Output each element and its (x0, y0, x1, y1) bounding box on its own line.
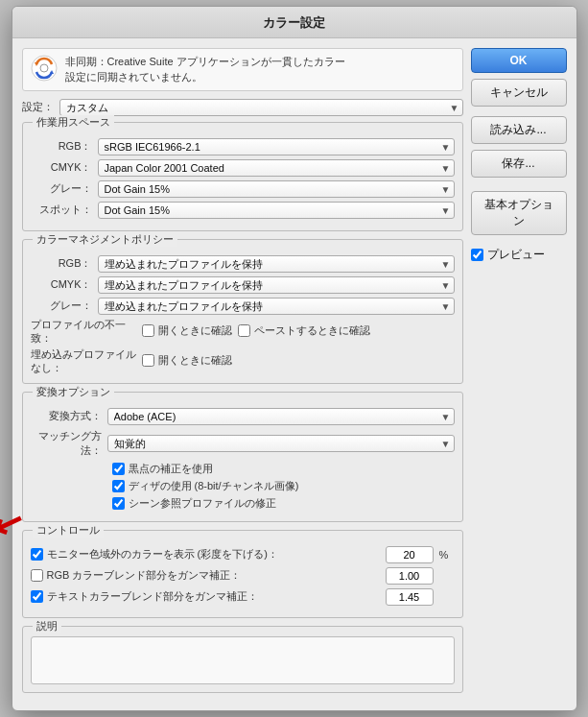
cm-rgb-select[interactable]: 埋め込まれたプロファイルを保持 (98, 255, 455, 273)
color-management-section: カラーマネジメントポリシー RGB： 埋め込まれたプロファイルを保持 ▼ CMY… (22, 239, 463, 384)
monitor-label-row: モニター色域外のカラーを表示 (彩度を下げる)： (31, 547, 380, 562)
method-select[interactable]: Adobe (ACE) (107, 408, 455, 425)
mismatch-paste-text: ペーストするときに確認 (254, 323, 370, 338)
cmyk-row: CMYK： Japan Color 2001 Coated ▼ (31, 159, 455, 177)
monitor-row: モニター色域外のカラーを表示 (彩度を下げる)： 20 % (31, 546, 455, 563)
missing-open-text: 開くときに確認 (158, 353, 232, 368)
rgb-blend-label-text: RGB カラーブレンド部分をガンマ補正： (47, 568, 380, 583)
mismatch-open-checkbox[interactable] (142, 324, 154, 337)
text-blend-checkbox[interactable] (31, 590, 43, 603)
rgb-select[interactable]: sRGB IEC61966-2.1 (98, 138, 455, 155)
load-button[interactable]: 読み込み... (471, 116, 567, 144)
settings-select-container: カスタム ▼ (59, 99, 463, 116)
dither-text: ディザの使用 (8-bit/チャンネル画像) (129, 479, 299, 493)
cm-gray-select[interactable]: 埋め込まれたプロファイルを保持 (98, 298, 455, 315)
missing-label: 埋め込みプロファイルなし： (31, 348, 136, 375)
preview-label: プレビュー (487, 247, 545, 263)
black-point-label: 黒点の補正を使用 (112, 462, 455, 476)
rgb-row: RGB： sRGB IEC61966-2.1 ▼ (31, 138, 455, 155)
monitor-value-input[interactable]: 20 (386, 546, 434, 563)
rgb-blend-checkbox[interactable] (31, 569, 43, 582)
rgb-label: RGB： (31, 139, 98, 154)
preview-checkbox[interactable] (471, 249, 483, 261)
gray-select[interactable]: Dot Gain 15% (98, 180, 455, 198)
working-space-title: 作業用スペース (33, 115, 114, 130)
matching-label: マッチング方法： (31, 429, 107, 458)
text-blend-label-row: テキストカラーブレンド部分をガンマ補正： (31, 589, 380, 604)
description-box (31, 636, 455, 684)
cmyk-select-container: Japan Color 2001 Coated ▼ (98, 159, 455, 177)
mismatch-paste-checkbox[interactable] (238, 324, 250, 337)
cm-gray-select-container: 埋め込まれたプロファイルを保持 ▼ (98, 298, 455, 315)
color-management-title: カラーマネジメントポリシー (33, 232, 177, 247)
spot-select[interactable]: Dot Gain 15% (98, 202, 455, 219)
rgb-blend-value-input[interactable]: 1.00 (386, 567, 434, 585)
mismatch-open-text: 開くときに確認 (158, 323, 232, 338)
dither-label: ディザの使用 (8-bit/チャンネル画像) (112, 479, 455, 493)
missing-open-label: 開くときに確認 (142, 353, 232, 368)
method-select-container: Adobe (ACE) ▼ (107, 408, 455, 425)
cm-rgb-row: RGB： 埋め込まれたプロファイルを保持 ▼ (31, 255, 455, 273)
sync-warning-text: 非同期：Creative Suite アプリケーションが一貫したカラー 設定に同… (65, 55, 345, 84)
cancel-button[interactable]: キャンセル (471, 79, 567, 107)
cm-gray-row: グレー： 埋め込まれたプロファイルを保持 ▼ (31, 298, 455, 315)
controls-title: コントロール (33, 523, 104, 538)
cmyk-label: CMYK： (31, 160, 98, 175)
cm-rgb-select-container: 埋め込まれたプロファイルを保持 ▼ (98, 255, 455, 273)
text-blend-label-text: テキストカラーブレンド部分をガンマ補正： (47, 589, 380, 604)
conversion-title: 変換オプション (33, 385, 114, 399)
scene-profile-label: シーン参照プロファイルの修正 (112, 496, 455, 511)
description-title: 説明 (33, 619, 61, 633)
description-section: 説明 (22, 626, 463, 693)
spot-row: スポット： Dot Gain 15% ▼ (31, 202, 455, 219)
mismatch-open-label: 開くときに確認 (142, 323, 232, 338)
missing-profile-row: 埋め込みプロファイルなし： 開くときに確認 (31, 348, 455, 375)
rgb-select-container: sRGB IEC61966-2.1 ▼ (98, 138, 455, 155)
method-label: 変換方式： (31, 409, 107, 423)
spot-select-container: Dot Gain 15% ▼ (98, 202, 455, 219)
settings-row: 設定： カスタム ▼ (22, 99, 463, 116)
basic-options-button[interactable]: 基本オプション (471, 191, 567, 235)
rgb-blend-label-row: RGB カラーブレンド部分をガンマ補正： (31, 568, 380, 583)
scene-profile-checkbox[interactable] (112, 497, 125, 510)
spot-label: スポット： (31, 203, 98, 217)
controls-section: コントロール ↙ モニター色域外のカラーを表示 (彩度を下げる)： 20 % (22, 530, 463, 618)
monitor-label-text: モニター色域外のカラーを表示 (彩度を下げる)： (47, 547, 380, 562)
matching-select[interactable]: 知覚的 (107, 435, 455, 452)
sync-warning: 非同期：Creative Suite アプリケーションが一貫したカラー 設定に同… (22, 48, 463, 91)
text-blend-value-input[interactable]: 1.45 (386, 588, 434, 606)
preview-row: プレビュー (471, 247, 567, 263)
mismatch-label: プロファイルの不一致： (31, 319, 136, 346)
monitor-checkbox[interactable] (31, 548, 43, 561)
method-row: 変換方式： Adobe (ACE) ▼ (31, 408, 455, 425)
sync-icon (31, 55, 58, 82)
missing-open-checkbox[interactable] (142, 354, 154, 367)
conversion-section: 変換オプション 変換方式： Adobe (ACE) ▼ マッチング方法： 知覚 (22, 392, 463, 522)
mismatch-paste-label: ペーストするときに確認 (238, 323, 370, 338)
conversion-checkboxes: 黒点の補正を使用 ディザの使用 (8-bit/チャンネル画像) シーン参照プロフ… (31, 462, 455, 511)
gray-select-container: Dot Gain 15% ▼ (98, 180, 455, 198)
save-button[interactable]: 保存... (471, 150, 567, 178)
left-panel: 非同期：Creative Suite アプリケーションが一貫したカラー 設定に同… (22, 48, 463, 701)
monitor-unit: % (439, 549, 455, 561)
text-blend-row: テキストカラーブレンド部分をガンマ補正： 1.45 (31, 588, 455, 606)
dither-checkbox[interactable] (112, 480, 125, 492)
mismatch-row: プロファイルの不一致： 開くときに確認 ペーストするときに確認 (31, 319, 455, 346)
settings-label: 設定： (22, 100, 54, 114)
title-bar: カラー設定 (12, 7, 576, 38)
ok-button[interactable]: OK (471, 48, 567, 73)
matching-row: マッチング方法： 知覚的 ▼ (31, 429, 455, 458)
cm-rgb-label: RGB： (31, 256, 98, 271)
settings-select[interactable]: カスタム (59, 99, 463, 116)
working-space-section: 作業用スペース RGB： sRGB IEC61966-2.1 ▼ CMYK： (22, 122, 463, 231)
dialog-title: カラー設定 (263, 15, 325, 30)
black-point-checkbox[interactable] (112, 463, 125, 475)
cm-cmyk-label: CMYK： (31, 277, 98, 292)
cm-cmyk-select[interactable]: 埋め込まれたプロファイルを保持 (98, 276, 455, 294)
cmyk-select[interactable]: Japan Color 2001 Coated (98, 159, 455, 177)
matching-select-container: 知覚的 ▼ (107, 435, 455, 452)
cm-cmyk-select-container: 埋め込まれたプロファイルを保持 ▼ (98, 276, 455, 294)
right-panel: OK キャンセル 読み込み... 保存... 基本オプション プレビュー (471, 48, 567, 701)
gray-label: グレー： (31, 181, 98, 196)
scene-profile-text: シーン参照プロファイルの修正 (129, 496, 276, 511)
